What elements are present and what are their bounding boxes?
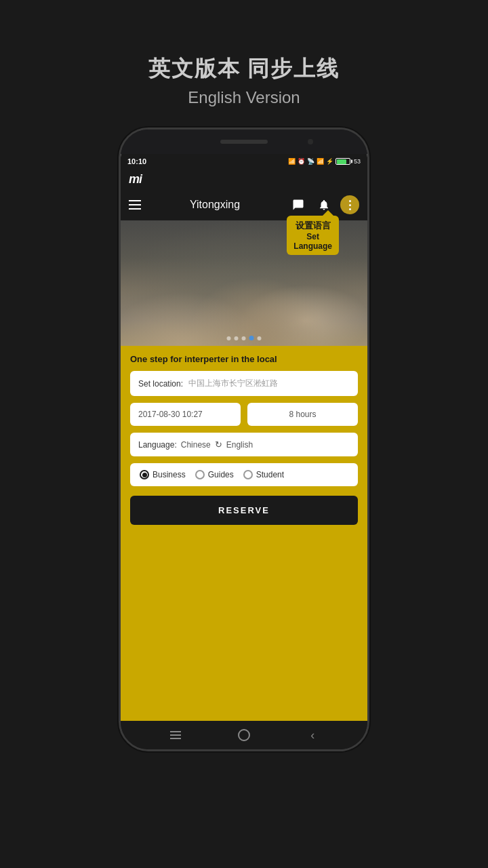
bell-button[interactable] xyxy=(314,195,333,214)
carousel-dot-4 xyxy=(249,336,254,340)
nav-back-button[interactable]: ‹ xyxy=(306,728,319,742)
carousel-dots xyxy=(227,336,262,340)
language-from: Chinese xyxy=(181,440,211,450)
hero-scene xyxy=(121,220,367,346)
role-radio-group: Business Guides Student xyxy=(130,463,358,486)
signal-icon: 📶 xyxy=(317,158,324,165)
battery-percent: 53 xyxy=(354,158,361,165)
language-to: English xyxy=(226,440,253,450)
camera xyxy=(308,139,313,144)
radio-label-student: Student xyxy=(256,470,284,479)
dot-3 xyxy=(349,208,351,210)
radio-student[interactable]: Student xyxy=(243,470,284,479)
reserve-button[interactable]: RESERVE xyxy=(130,496,358,525)
nav-menu-line-2 xyxy=(170,734,181,736)
carousel-dot-3 xyxy=(242,336,246,340)
more-options-button[interactable] xyxy=(340,195,359,214)
radio-inner-business xyxy=(142,473,147,477)
status-time: 10:10 xyxy=(127,157,146,165)
menu-line-1 xyxy=(129,200,141,201)
radio-circle-guides xyxy=(195,470,205,479)
radio-guides[interactable]: Guides xyxy=(195,470,234,479)
battery-fill xyxy=(337,159,346,164)
nav-menu-icon xyxy=(170,731,181,739)
radio-circle-student xyxy=(243,470,253,479)
wifi-icon: 📡 xyxy=(307,158,314,165)
dot-2 xyxy=(349,204,351,206)
phone-top-hardware xyxy=(121,130,367,154)
radio-circle-business xyxy=(140,470,149,479)
nav-back-icon: ‹ xyxy=(310,728,314,743)
hero-banner xyxy=(121,220,367,346)
chinese-promo-text: 英文版本 同步上线 xyxy=(119,54,369,84)
alarm-icon: ⏰ xyxy=(298,158,305,165)
booking-card: One step for interperter in the local Se… xyxy=(121,346,367,721)
speaker xyxy=(220,140,268,144)
language-field[interactable]: Language: Chinese ↻ English xyxy=(130,433,358,456)
radio-label-business: Business xyxy=(152,470,186,479)
mi-logo-bar: mi xyxy=(121,169,367,189)
hours-field[interactable]: 8 hours xyxy=(247,403,358,426)
datetime-hours-row: 2017-08-30 10:27 8 hours xyxy=(130,403,358,426)
menu-line-2 xyxy=(129,204,141,205)
carousel-dot-5 xyxy=(258,336,262,340)
sim-icon: 📶 xyxy=(288,158,296,165)
card-title: One step for interperter in the local xyxy=(130,354,358,364)
hamburger-menu-button[interactable] xyxy=(129,200,141,210)
datetime-field[interactable]: 2017-08-30 10:27 xyxy=(130,403,241,426)
phone-screen: 10:10 📶 ⏰ 📡 📶 ⚡ 53 mi xyxy=(121,154,367,721)
header-icons: 设置语言 Set Language xyxy=(289,195,359,214)
location-value: 中国上海市长宁区淞虹路 xyxy=(188,378,278,389)
language-label: Language: xyxy=(138,440,177,450)
phone-frame: 10:10 📶 ⏰ 📡 📶 ⚡ 53 mi xyxy=(119,127,369,751)
app-header: Yitongxing xyxy=(121,189,367,220)
nav-menu-line-1 xyxy=(170,731,181,732)
nav-bar: ‹ xyxy=(121,721,367,749)
more-dots xyxy=(349,200,351,210)
radio-label-guides: Guides xyxy=(208,470,234,479)
carousel-dot-1 xyxy=(227,336,231,340)
nav-menu-line-3 xyxy=(170,738,181,739)
language-cycle-icon: ↻ xyxy=(215,439,222,450)
charging-icon: ⚡ xyxy=(326,158,333,165)
location-field[interactable]: Set location: 中国上海市长宁区淞虹路 xyxy=(130,371,358,396)
nav-home-button[interactable] xyxy=(237,728,251,742)
promo-text-block: 英文版本 同步上线 English Version xyxy=(119,54,369,107)
page-background: 英文版本 同步上线 English Version 10:10 📶 ⏰ 📡 📶 … xyxy=(119,0,369,751)
location-label: Set location: xyxy=(138,379,183,389)
app-title: Yitongxing xyxy=(190,199,240,211)
status-bar: 10:10 📶 ⏰ 📡 📶 ⚡ 53 xyxy=(121,154,367,169)
chat-button[interactable] xyxy=(289,195,308,214)
carousel-dot-2 xyxy=(235,336,239,340)
nav-home-icon xyxy=(238,729,250,741)
mi-logo: mi xyxy=(129,172,142,186)
radio-business[interactable]: Business xyxy=(140,470,186,479)
nav-menu-button[interactable] xyxy=(169,728,182,742)
dot-1 xyxy=(349,200,351,202)
status-icons: 📶 ⏰ 📡 📶 ⚡ 53 xyxy=(288,158,361,165)
battery-bar xyxy=(336,158,350,165)
menu-line-3 xyxy=(129,208,141,210)
english-promo-text: English Version xyxy=(119,88,369,107)
